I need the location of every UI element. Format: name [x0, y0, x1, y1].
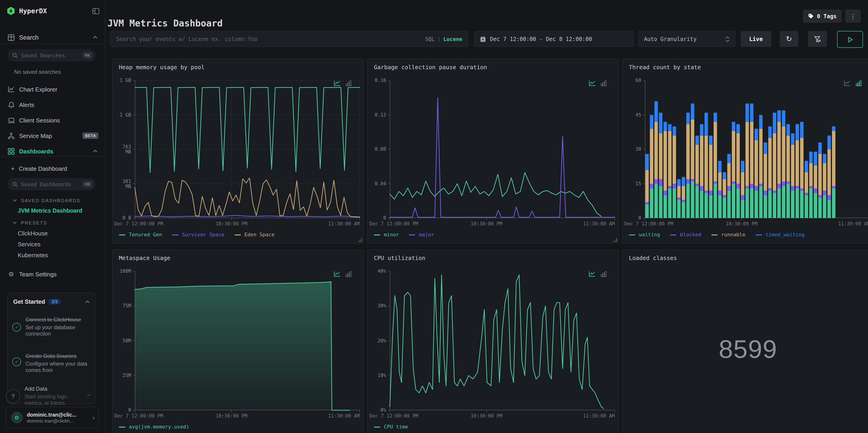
x-axis-label: 10:30:00 PM	[471, 413, 502, 419]
legend-item[interactable]: minor	[374, 232, 399, 238]
sidebar-item-clickhouse[interactable]: ClickHouse	[18, 230, 48, 237]
granularity-select[interactable]: Auto Granularity	[638, 31, 736, 47]
chart-legend: minormajor	[374, 232, 434, 238]
filter-button[interactable]	[808, 31, 827, 47]
legend-label: minor	[384, 232, 399, 238]
create-dashboard-button[interactable]: + Create Dashboard	[0, 163, 105, 174]
tags-button[interactable]: 0 Tags	[803, 9, 842, 23]
chart-legend: Tenured GenSurvivor SpaceEden Space	[119, 232, 275, 238]
chart-legend: waitingblockedrunnabletimed_waiting	[629, 232, 805, 238]
search-placeholder: Search your events w/ Lucene ex. column:…	[116, 36, 425, 42]
saved-dashboards-input[interactable]: Saved Dashboards ⌘K	[7, 178, 96, 190]
laptop-icon	[7, 117, 15, 123]
event-search-input[interactable]: Search your events w/ Lucene ex. column:…	[110, 31, 468, 47]
chart-plot[interactable]	[645, 81, 868, 218]
group-saved-dashboards[interactable]: SAVED DASHBOARDS	[13, 197, 81, 203]
legend-swatch	[629, 234, 635, 235]
granularity-value: Auto Granularity	[644, 36, 725, 42]
legend-item[interactable]: blocked	[670, 232, 701, 238]
legend-item[interactable]: Tenured Gen	[119, 232, 162, 238]
legend-item[interactable]: waiting	[629, 232, 660, 238]
legend-item[interactable]: Survivor Space	[172, 232, 224, 238]
chart-canvas	[390, 271, 615, 410]
x-axis-label: 11:30:00 AM	[328, 413, 360, 419]
legend-item[interactable]: CPU time	[374, 424, 408, 430]
chevron-up-icon[interactable]	[85, 300, 90, 303]
sql-toggle[interactable]: SQL	[425, 36, 435, 42]
collapse-sidebar-icon[interactable]	[92, 8, 99, 14]
live-button[interactable]: Live	[741, 31, 771, 47]
panel-title: Garbage collection pause duration	[374, 64, 487, 70]
brand-name: HyperDX	[19, 7, 89, 14]
get-started-step-sources[interactable]: ✓ Create Data Sources Configure where yo…	[12, 351, 92, 373]
get-started-step-add-data[interactable]: Add Data Start sending logs, metrics, or…	[12, 384, 92, 406]
arrow-right-icon: →	[86, 391, 92, 406]
saved-searches-input[interactable]: Saved Searches ⌘K	[7, 49, 96, 61]
sidebar-item-alerts[interactable]: Alerts	[0, 99, 105, 110]
chevron-up-icon	[93, 150, 97, 153]
calendar-icon	[480, 36, 486, 42]
more-options-button[interactable]: ⋮	[845, 9, 861, 23]
x-axis-label: 10:30:00 PM	[216, 413, 247, 419]
chart-plot[interactable]	[390, 271, 615, 410]
legend-item[interactable]: Eden Space	[234, 232, 274, 238]
search-icon	[12, 181, 18, 187]
sidebar-item-search[interactable]: Search	[0, 32, 105, 43]
user-menu[interactable]: D dominic.tran@clic... dominic.tran@clic…	[6, 407, 99, 428]
y-axis-label: 0.16	[368, 78, 386, 83]
check-circle-icon: ✓	[12, 358, 21, 366]
x-axis-label: Dec 7 12:00:00 PM	[114, 413, 163, 419]
run-query-button[interactable]	[837, 31, 863, 48]
app-root: HyperDX Search Saved Searches ⌘K No save…	[0, 0, 868, 433]
legend-label: blocked	[680, 232, 701, 238]
help-button[interactable]: ?	[6, 389, 20, 403]
get-started-title: Get Started	[13, 298, 45, 305]
beta-badge: BETA	[83, 132, 98, 139]
resize-handle[interactable]	[613, 238, 617, 242]
sidebar-item-chart-explorer[interactable]: Chart Explorer	[0, 84, 105, 95]
legend-item[interactable]: timed_waiting	[755, 232, 804, 238]
sidebar-item-kubernetes[interactable]: Kubernetes	[18, 252, 48, 258]
legend-item[interactable]: major	[409, 232, 434, 238]
legend-label: Tenured Gen	[129, 232, 162, 238]
chart-plot[interactable]	[135, 81, 360, 218]
help-icon: ?	[11, 393, 14, 400]
legend-swatch	[409, 234, 415, 235]
check-circle-icon: ✓	[12, 323, 21, 332]
legend-label: Eden Space	[244, 232, 274, 238]
sidebar-item-dashboards[interactable]: Dashboards	[0, 146, 105, 157]
lucene-toggle[interactable]: Lucene	[443, 36, 462, 42]
bell-icon	[7, 101, 15, 108]
legend-item[interactable]: avg(jvm.memory.used)	[119, 424, 189, 430]
panel-thread-count-by-state: Thread count by state Dec 7 12:00:00 PM1…	[622, 59, 868, 244]
chart-plot[interactable]	[135, 271, 360, 410]
y-axis-label: 75M	[113, 304, 131, 308]
chevron-down-icon	[13, 221, 17, 224]
chart-canvas	[390, 81, 615, 218]
y-axis-label: 15	[623, 181, 641, 186]
chevron-down-icon	[13, 199, 17, 202]
sidebar-item-services[interactable]: Services	[18, 241, 40, 248]
y-axis-label: 60	[623, 78, 641, 83]
x-axis-label: 10:30:00 PM	[471, 221, 502, 226]
sidebar-header: HyperDX	[6, 6, 99, 16]
loaded-classes-value: 8599	[623, 334, 868, 364]
sidebar-item-team-settings[interactable]: ⚙ Team Settings	[0, 269, 105, 280]
filter-edit-icon	[814, 35, 821, 42]
y-axis-label: 25M	[113, 373, 131, 378]
panel-title: Thread count by state	[629, 64, 701, 70]
sidebar-item-client-sessions[interactable]: Client Sessions	[0, 115, 105, 126]
refresh-button[interactable]: ↻	[780, 31, 798, 47]
y-axis-label: 1 GB	[113, 78, 131, 83]
resize-handle[interactable]	[359, 238, 362, 242]
legend-item[interactable]: runnable	[711, 232, 745, 238]
chart-plot[interactable]	[390, 81, 615, 218]
y-axis-label: 0	[623, 215, 641, 220]
sidebar-item-service-map[interactable]: Service Map BETA	[0, 130, 105, 141]
get-started-step-connect[interactable]: ✓ Connect to ClickHouse Set up your data…	[12, 315, 92, 337]
legend-swatch	[119, 234, 125, 235]
legend-label: timed_waiting	[765, 232, 804, 238]
time-range-picker[interactable]: Dec 7 12:00:00 - Dec 8 12:00:00	[474, 31, 634, 47]
group-presets[interactable]: PRESETS	[13, 220, 47, 225]
sidebar-item-jvm-metrics-dashboard[interactable]: JVM Metrics Dashboard	[18, 208, 82, 214]
